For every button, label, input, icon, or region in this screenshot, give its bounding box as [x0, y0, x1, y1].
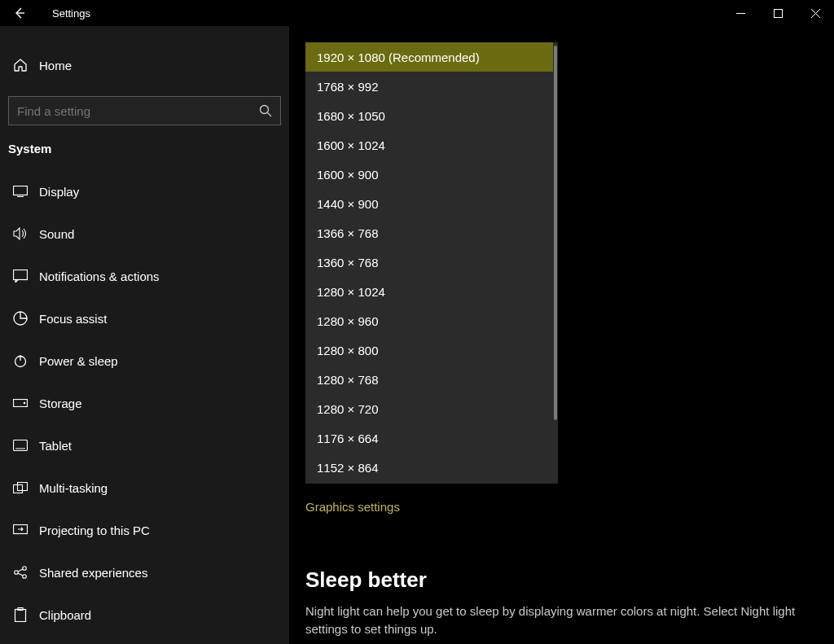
nav-item-power[interactable]: Power & sleep — [0, 340, 289, 382]
back-button[interactable] — [0, 0, 39, 26]
resolution-option[interactable]: 1600 × 900 — [305, 160, 553, 189]
svg-rect-3 — [14, 270, 28, 280]
resolution-option[interactable]: 1280 × 800 — [305, 335, 553, 365]
nav-label: Multi-tasking — [39, 481, 108, 495]
window-title: Settings — [52, 7, 90, 20]
nav-item-sound[interactable]: Sound — [0, 212, 289, 255]
resolution-dropdown[interactable]: 1920 × 1080 (Recommended) 1768 × 992 168… — [305, 42, 558, 484]
nav-item-clipboard[interactable]: Clipboard — [0, 594, 289, 636]
svg-point-1 — [261, 106, 269, 114]
nav-label: Storage — [39, 396, 82, 410]
svg-rect-7 — [14, 440, 28, 451]
titlebar: Settings — [0, 0, 834, 26]
svg-rect-2 — [14, 186, 28, 195]
sound-icon — [11, 227, 29, 240]
nav-item-tablet[interactable]: Tablet — [0, 424, 289, 467]
resolution-option[interactable]: 1280 × 1024 — [305, 277, 553, 306]
home-nav[interactable]: Home — [0, 49, 289, 81]
resolution-option[interactable]: 1440 × 900 — [305, 189, 553, 218]
nav-item-multitasking[interactable]: Multi-tasking — [0, 467, 289, 509]
maximize-icon — [774, 9, 783, 18]
display-icon — [11, 186, 29, 197]
search-input[interactable] — [17, 104, 259, 118]
window-controls — [722, 0, 834, 26]
focus-icon — [11, 311, 29, 326]
nav-label: Notifications & actions — [39, 269, 160, 283]
resolution-option[interactable]: 1280 × 960 — [305, 306, 553, 335]
svg-rect-14 — [15, 610, 26, 622]
svg-point-12 — [23, 567, 27, 571]
content-area: matically. Select Detect to Graphics set… — [289, 26, 834, 644]
svg-point-11 — [15, 571, 19, 575]
close-button[interactable] — [797, 0, 834, 26]
svg-point-6 — [24, 402, 26, 405]
resolution-option[interactable]: 1600 × 1024 — [305, 130, 553, 160]
nav-label: Clipboard — [39, 608, 91, 622]
home-label: Home — [39, 59, 72, 72]
nav-item-notifications[interactable]: Notifications & actions — [0, 255, 289, 297]
resolution-option[interactable]: 1280 × 768 — [305, 365, 553, 394]
resolution-option[interactable]: 1176 × 664 — [305, 423, 553, 453]
nav-label: Power & sleep — [39, 354, 118, 368]
resolution-option[interactable]: 1366 × 768 — [305, 218, 553, 248]
scrollbar-thumb[interactable] — [554, 46, 557, 420]
resolution-option[interactable]: 1280 × 720 — [305, 394, 553, 423]
sleep-better-section: Sleep better Night light can help you ge… — [305, 567, 818, 638]
sidebar: Home System Display Sound Notifications … — [0, 26, 289, 644]
nav-label: Focus assist — [39, 312, 107, 326]
home-icon — [11, 58, 29, 72]
shared-icon — [11, 565, 29, 580]
resolution-option[interactable]: 1152 × 864 — [305, 453, 553, 482]
resolution-option[interactable]: 1920 × 1080 (Recommended) — [305, 42, 553, 72]
resolution-option[interactable]: 1360 × 768 — [305, 248, 553, 277]
nav-item-shared[interactable]: Shared experiences — [0, 551, 289, 594]
nav-item-display[interactable]: Display — [0, 170, 289, 212]
sleep-better-description: Night light can help you get to sleep by… — [305, 602, 818, 638]
nav-label: Sound — [39, 227, 74, 241]
resolution-option[interactable]: 1768 × 992 — [305, 72, 553, 101]
search-box[interactable] — [8, 96, 281, 125]
nav-item-projecting[interactable]: Projecting to this PC — [0, 509, 289, 551]
svg-point-13 — [23, 575, 27, 579]
resolution-list: 1920 × 1080 (Recommended) 1768 × 992 168… — [305, 42, 553, 484]
minimize-icon — [736, 9, 745, 18]
dropdown-scrollbar[interactable] — [553, 42, 558, 484]
svg-rect-0 — [774, 9, 782, 17]
sleep-better-heading: Sleep better — [305, 567, 818, 593]
notifications-icon — [11, 269, 29, 283]
nav-label: Shared experiences — [39, 566, 147, 580]
nav-label: Tablet — [39, 439, 72, 453]
maximize-button[interactable] — [759, 0, 797, 26]
projecting-icon — [11, 524, 29, 536]
arrow-left-icon — [13, 7, 26, 20]
nav-label: Display — [39, 185, 79, 199]
nav-item-focus[interactable]: Focus assist — [0, 297, 289, 340]
resolution-option[interactable]: 1680 × 1050 — [305, 101, 553, 130]
close-icon — [811, 9, 820, 18]
search-icon — [259, 104, 272, 117]
clipboard-icon — [11, 607, 29, 622]
nav-item-storage[interactable]: Storage — [0, 382, 289, 424]
nav-label: Projecting to this PC — [39, 524, 150, 537]
section-label: System — [0, 142, 289, 170]
graphics-settings-link[interactable]: Graphics settings — [305, 500, 400, 514]
storage-icon — [11, 399, 29, 407]
power-icon — [11, 353, 29, 368]
tablet-icon — [11, 440, 29, 451]
nav-list: Display Sound Notifications & actions Fo… — [0, 170, 289, 636]
multitasking-icon — [11, 482, 29, 493]
minimize-button[interactable] — [722, 0, 759, 26]
